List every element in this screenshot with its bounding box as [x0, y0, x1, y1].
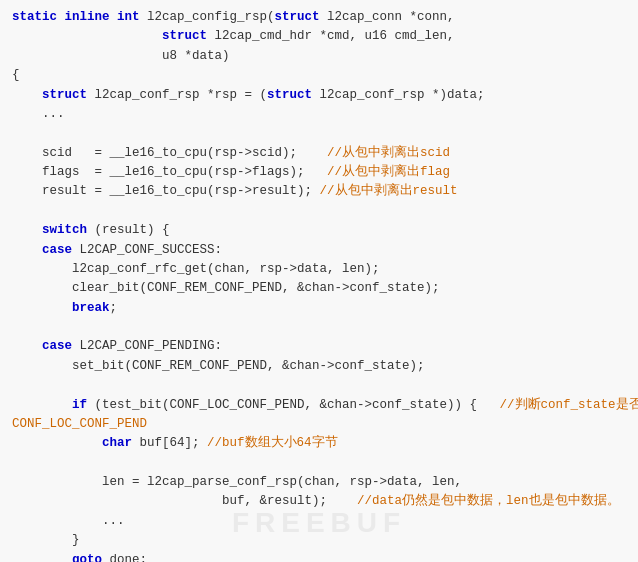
token-normal: buf, &result);	[12, 492, 357, 511]
token-normal: buf[64];	[132, 434, 207, 453]
code-line: {	[0, 66, 638, 85]
code-line: CONF_LOC_CONF_PEND	[0, 415, 638, 434]
token-comment: //从包中剥离出flag	[327, 163, 450, 182]
token-normal: l2cap_cmd_hdr *cmd, u16 cmd_len,	[207, 27, 455, 46]
code-line: set_bit(CONF_REM_CONF_PEND, &chan->conf_…	[0, 357, 638, 376]
token-kw: case	[42, 337, 72, 356]
code-line: break;	[0, 299, 638, 318]
code-line: }	[0, 531, 638, 550]
token-kw: struct	[162, 27, 207, 46]
code-line: clear_bit(CONF_REM_CONF_PEND, &chan->con…	[0, 279, 638, 298]
code-line: struct l2cap_cmd_hdr *cmd, u16 cmd_len,	[0, 27, 638, 46]
token-normal: flags = __le16_to_cpu(rsp->flags);	[12, 163, 327, 182]
token-kw: struct	[267, 86, 312, 105]
token-normal	[12, 434, 102, 453]
code-line: switch (result) {	[0, 221, 638, 240]
code-line: len = l2cap_parse_conf_rsp(chan, rsp->da…	[0, 473, 638, 492]
code-line: result = __le16_to_cpu(rsp->result); //从…	[0, 182, 638, 201]
token-normal: set_bit(CONF_REM_CONF_PEND, &chan->conf_…	[12, 357, 425, 376]
code-line: static inline int l2cap_config_rsp(struc…	[0, 8, 638, 27]
code-line: struct l2cap_conf_rsp *rsp = (struct l2c…	[0, 86, 638, 105]
token-normal: done;	[102, 551, 147, 563]
token-normal: l2cap_config_rsp(	[140, 8, 275, 27]
token-normal: }	[12, 531, 80, 550]
code-line: buf, &result); //data仍然是包中数据，len也是包中数据。	[0, 492, 638, 511]
token-comment: //buf数组大小64字节	[207, 434, 338, 453]
token-normal: l2cap_conf_rsp *)data;	[312, 86, 485, 105]
code-line	[0, 202, 638, 221]
token-normal	[12, 337, 42, 356]
token-normal: u8 *data)	[12, 47, 230, 66]
code-line: ...	[0, 512, 638, 531]
code-line: ...	[0, 105, 638, 124]
token-normal: ...	[12, 512, 125, 531]
token-kw-bold: int	[117, 8, 140, 27]
code-line	[0, 454, 638, 473]
token-normal	[12, 27, 162, 46]
token-normal: clear_bit(CONF_REM_CONF_PEND, &chan->con…	[12, 279, 440, 298]
code-line: case L2CAP_CONF_SUCCESS:	[0, 241, 638, 260]
token-normal	[12, 551, 72, 563]
code-line: l2cap_conf_rfc_get(chan, rsp->data, len)…	[0, 260, 638, 279]
code-line	[0, 318, 638, 337]
token-normal	[12, 299, 72, 318]
code-line: goto done;	[0, 551, 638, 563]
token-comment: CONF_LOC_CONF_PEND	[12, 415, 147, 434]
code-line: case L2CAP_CONF_PENDING:	[0, 337, 638, 356]
token-normal: ;	[110, 299, 118, 318]
code-line: scid = __le16_to_cpu(rsp->scid); //从包中剥离…	[0, 144, 638, 163]
code-line: if (test_bit(CONF_LOC_CONF_PEND, &chan->…	[0, 396, 638, 415]
token-normal: (test_bit(CONF_LOC_CONF_PEND, &chan->con…	[87, 396, 500, 415]
token-normal: {	[12, 66, 20, 85]
code-line: flags = __le16_to_cpu(rsp->flags); //从包中…	[0, 163, 638, 182]
token-kw: struct	[275, 8, 320, 27]
token-kw: switch	[42, 221, 87, 240]
token-normal: l2cap_conn *conn,	[320, 8, 455, 27]
token-comment: //从包中剥离出scid	[327, 144, 450, 163]
code-block: static inline int l2cap_config_rsp(struc…	[0, 8, 638, 562]
code-line	[0, 124, 638, 143]
token-normal: result = __le16_to_cpu(rsp->result);	[12, 182, 320, 201]
token-normal	[12, 86, 42, 105]
token-comment: //data仍然是包中数据，len也是包中数据。	[357, 492, 620, 511]
token-normal	[12, 396, 72, 415]
token-kw: break	[72, 299, 110, 318]
token-normal: (result) {	[87, 221, 170, 240]
token-kw: struct	[42, 86, 87, 105]
token-normal: len = l2cap_parse_conf_rsp(chan, rsp->da…	[12, 473, 462, 492]
token-normal: L2CAP_CONF_PENDING:	[72, 337, 222, 356]
token-normal: scid = __le16_to_cpu(rsp->scid);	[12, 144, 327, 163]
token-normal: ...	[12, 105, 65, 124]
token-kw: goto	[72, 551, 102, 563]
code-line	[0, 376, 638, 395]
code-container: static inline int l2cap_config_rsp(struc…	[0, 0, 638, 562]
token-normal: L2CAP_CONF_SUCCESS:	[72, 241, 222, 260]
token-kw: case	[42, 241, 72, 260]
token-kw: char	[102, 434, 132, 453]
code-line: char buf[64]; //buf数组大小64字节	[0, 434, 638, 453]
token-comment: //从包中剥离出result	[320, 182, 458, 201]
token-kw: if	[72, 396, 87, 415]
token-normal: l2cap_conf_rfc_get(chan, rsp->data, len)…	[12, 260, 380, 279]
token-comment: //判断conf_state是否是	[500, 396, 638, 415]
token-kw: static inline	[12, 8, 117, 27]
code-line: u8 *data)	[0, 47, 638, 66]
token-normal	[12, 221, 42, 240]
token-normal	[12, 241, 42, 260]
token-normal: l2cap_conf_rsp *rsp = (	[87, 86, 267, 105]
